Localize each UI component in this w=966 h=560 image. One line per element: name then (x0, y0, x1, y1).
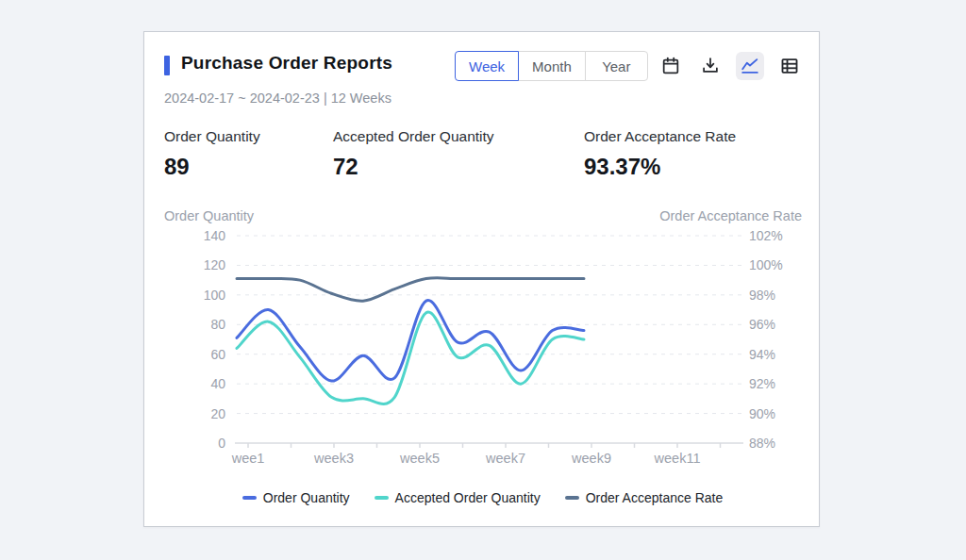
page-background: { "header": { "title": "Purchase Order R… (0, 0, 966, 560)
right-tick-label: 98% (749, 288, 775, 303)
x-tick-label: week11 (654, 451, 701, 466)
report-card: Purchase Order Reports 2024-02-17 ~ 2024… (143, 31, 820, 527)
stat-order-quantity: Order Quantity89 (164, 128, 260, 180)
title-accent-bar (164, 56, 170, 75)
right-tick-label: 88% (749, 436, 775, 451)
stat-order-acceptance-rate: Order Acceptance Rate93.37% (584, 128, 736, 180)
chart-legend: Order QuantityAccepted Order QuantityOrd… (144, 490, 821, 505)
stat-label: Order Quantity (164, 128, 260, 145)
left-axis-title: Order Quantity (164, 208, 255, 223)
x-tick-label: week9 (571, 451, 611, 466)
legend-label: Order Quantity (263, 490, 350, 505)
right-tick-label: 100% (749, 257, 783, 272)
stat-label: Accepted Order Quantity (333, 128, 494, 145)
right-axis-title: Order Acceptance Rate (659, 208, 802, 223)
left-tick-label: 100 (204, 288, 226, 303)
right-tick-label: 90% (749, 406, 775, 421)
left-tick-label: 0 (218, 436, 225, 451)
x-tick-label: week7 (485, 451, 525, 466)
stat-value: 72 (333, 154, 494, 180)
left-tick-label: 20 (210, 406, 225, 421)
toolbar (657, 52, 804, 80)
tab-week[interactable]: Week (455, 51, 519, 81)
series-line-accepted-order-quantity (237, 312, 584, 404)
legend-item-accepted-order-quantity[interactable]: Accepted Order Quantity (375, 490, 541, 505)
line-chart-icon[interactable] (736, 52, 764, 80)
left-tick-label: 60 (210, 347, 225, 362)
left-tick-label: 120 (204, 257, 226, 272)
legend-label: Order Acceptance Rate (586, 490, 724, 505)
x-tick-label: week3 (313, 451, 354, 466)
stat-label: Order Acceptance Rate (584, 128, 736, 145)
left-tick-label: 140 (204, 228, 226, 243)
x-tick-label: wee1 (231, 451, 265, 466)
stat-accepted-order-quantity: Accepted Order Quantity72 (333, 128, 494, 180)
period-segmented-control: WeekMonthYear (455, 51, 648, 81)
legend-item-order-acceptance-rate[interactable]: Order Acceptance Rate (565, 490, 724, 505)
legend-swatch (242, 496, 257, 500)
tab-month[interactable]: Month (518, 51, 586, 81)
left-tick-label: 80 (210, 317, 225, 332)
right-tick-label: 94% (749, 347, 775, 362)
date-range-label: 2024-02-17 ~ 2024-02-23 | 12 Weeks (164, 91, 391, 106)
calendar-icon[interactable] (657, 52, 685, 80)
table-icon[interactable] (775, 52, 804, 80)
legend-item-order-quantity[interactable]: Order Quantity (242, 490, 350, 505)
download-icon[interactable] (696, 52, 724, 80)
tab-year[interactable]: Year (585, 51, 648, 81)
left-tick-label: 40 (210, 376, 225, 391)
legend-swatch (375, 496, 389, 500)
right-tick-label: 102% (749, 228, 783, 243)
legend-label: Accepted Order Quantity (395, 490, 541, 505)
series-line-order-acceptance-rate (237, 278, 584, 301)
stat-value: 93.37% (584, 154, 736, 180)
right-tick-label: 96% (749, 317, 775, 332)
line-chart-canvas: Order QuantityOrder Acceptance Rate14012… (144, 202, 821, 485)
stat-value: 89 (164, 154, 260, 180)
right-tick-label: 92% (749, 376, 775, 391)
x-tick-label: week5 (399, 451, 440, 466)
legend-swatch (565, 496, 579, 500)
order-chart: Order QuantityOrder Acceptance Rate14012… (144, 202, 821, 485)
page-title: Purchase Order Reports (181, 53, 392, 74)
